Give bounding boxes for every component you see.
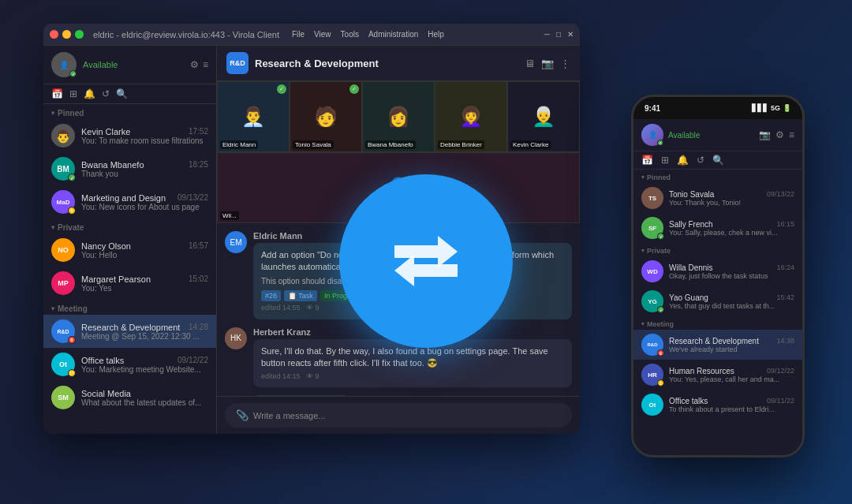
refresh-icon[interactable]: ↺ bbox=[697, 155, 704, 166]
window-controls[interactable] bbox=[50, 30, 84, 39]
more-icon[interactable]: ≡ bbox=[203, 59, 208, 70]
mobile-chat-list: Pinned TS Tonio Savala 09/13/22 You: Tha… bbox=[633, 170, 802, 449]
check-badge: ✓ bbox=[657, 233, 664, 240]
menu-icon[interactable]: ≡ bbox=[789, 129, 794, 140]
calendar-icon[interactable]: 📅 bbox=[641, 155, 653, 166]
avatar: SM bbox=[51, 386, 75, 409]
chat-name: Office talks 09/11/22 bbox=[669, 397, 794, 405]
avatar: Ot 17 bbox=[51, 353, 75, 376]
chat-info: Sally French 16:15 You: Sally, please, c… bbox=[669, 220, 794, 237]
chat-info: Office talks 09/11/22 To think about a p… bbox=[669, 397, 794, 413]
chat-name: Office talks 09/12/22 bbox=[81, 356, 208, 365]
channel-avatar: R&D bbox=[226, 52, 248, 74]
avatar: MaD 5 bbox=[51, 190, 75, 214]
attach-icon[interactable]: 📎 bbox=[236, 409, 248, 421]
chat-list: Pinned 👨 Kevin Clarke 17:52 You: To make… bbox=[43, 104, 216, 434]
list-item[interactable]: NO Nancy Olson 16:57 You: Hello bbox=[43, 233, 216, 267]
unread-badge: 3 bbox=[657, 379, 664, 386]
bell-icon[interactable]: 🔔 bbox=[677, 155, 689, 166]
refresh-icon[interactable]: ↺ bbox=[102, 88, 110, 99]
input-placeholder[interactable]: Write a message... bbox=[253, 411, 561, 420]
mobile-app: 9:41 ▋▋▋ 5G 🔋 👤 Available 📷 ⚙ ≡ 📅 ⊞ 🔔 ↺ … bbox=[631, 95, 805, 457]
sender-name: Herbert Kranz bbox=[253, 327, 311, 337]
menu-tools[interactable]: Tools bbox=[341, 30, 359, 39]
mobile-list-item[interactable]: Ot Office talks 09/11/22 To think about … bbox=[633, 390, 802, 420]
video-cell: 👨‍🦳 Kevin Clarke bbox=[507, 81, 580, 152]
chat-name: Yao Guang 15:42 bbox=[669, 293, 794, 302]
unread-badge: 8 bbox=[68, 336, 76, 344]
status-label: Available bbox=[668, 131, 700, 140]
mobile-list-item[interactable]: YG ✓ Yao Guang 15:42 Yes, that guy did t… bbox=[633, 286, 802, 316]
mobile-time: 9:41 bbox=[645, 104, 660, 113]
section-private: Private bbox=[43, 218, 216, 233]
avatar: YG ✓ bbox=[641, 290, 663, 312]
avatar: NO bbox=[51, 238, 75, 262]
chat-name: Research & Development 14:38 bbox=[669, 337, 794, 345]
list-item[interactable]: MaD 5 Marketing and Design 09/13/22 You:… bbox=[43, 185, 216, 218]
video-cell: 👩‍🦱 Debbie Brinker bbox=[435, 81, 507, 152]
chat-toolbar[interactable]: 🖥 📷 ⋮ bbox=[525, 58, 570, 69]
mobile-list-item[interactable]: SF ✓ Sally French 16:15 You: Sally, plea… bbox=[633, 213, 802, 243]
screen-share-icon[interactable]: 🖥 bbox=[525, 58, 535, 69]
channel-name: Research & Development bbox=[255, 58, 379, 69]
sender-avatar: HK bbox=[225, 327, 247, 349]
avatar: R&D 8 bbox=[51, 319, 75, 343]
chat-name: Willa Dennis 16:24 bbox=[669, 263, 794, 272]
menu-administration[interactable]: Administration bbox=[368, 30, 418, 39]
list-item[interactable]: BM ✓ Bwana Mbanefo 18:25 Thank you bbox=[43, 152, 216, 185]
transfer-icon-circle bbox=[339, 174, 513, 348]
avatar: WD bbox=[641, 260, 663, 282]
list-item[interactable]: Ot 17 Office talks 09/12/22 You: Marketi… bbox=[43, 348, 216, 381]
profile-toolbar-icons[interactable]: ⚙ ≡ bbox=[190, 59, 208, 70]
calendar-icon[interactable]: 📅 bbox=[51, 88, 63, 99]
unread-badge: 17 bbox=[68, 369, 76, 377]
sidebar-toolbar[interactable]: 📅 ⊞ 🔔 ↺ 🔍 bbox=[43, 84, 216, 104]
video-icon[interactable]: 📷 bbox=[541, 58, 554, 69]
title-bar: eldric - eldric@review.virola.io:443 - V… bbox=[43, 24, 580, 46]
message-text: Sure, I'll do that. By the way, I also f… bbox=[261, 345, 564, 370]
search-icon[interactable]: 🔍 bbox=[712, 155, 724, 166]
chat-name: Sally French 16:15 bbox=[669, 220, 794, 229]
list-item[interactable]: SM Social Media What about the latest up… bbox=[43, 381, 216, 414]
mobile-status-bar: 9:41 ▋▋▋ 5G 🔋 bbox=[633, 97, 802, 119]
mobile-list-item[interactable]: HR 3 Human Resources 09/12/22 You: Yes, … bbox=[633, 360, 802, 390]
chat-info: Tonio Savala 09/13/22 You: Thank you, To… bbox=[669, 190, 794, 207]
avatar: BM ✓ bbox=[51, 157, 75, 181]
chat-info: Margaret Pearson 15:02 You: Yes bbox=[81, 274, 208, 293]
mobile-toolbar-icons[interactable]: 📷 ⚙ ≡ bbox=[759, 129, 794, 140]
avatar: 👤 bbox=[641, 124, 663, 146]
menu-help[interactable]: Help bbox=[428, 30, 444, 39]
message-input[interactable]: 📎 Write a message... bbox=[225, 403, 572, 427]
minimize-button[interactable] bbox=[62, 30, 71, 39]
mobile-list-item[interactable]: WD Willa Dennis 16:24 Okay, just follow … bbox=[633, 256, 802, 286]
list-item[interactable]: 👨 Kevin Clarke 17:52 You: To make room i… bbox=[43, 119, 216, 152]
search-icon[interactable]: 🔍 bbox=[116, 88, 128, 99]
section-meeting: Meeting bbox=[43, 300, 216, 315]
avatar: TS bbox=[641, 187, 663, 209]
list-item-active[interactable]: R&D 8 Research & Development 14:28 Meeti… bbox=[43, 315, 216, 348]
list-item[interactable]: MP Margaret Pearson 15:02 You: Yes bbox=[43, 267, 216, 300]
section-pinned: Pinned bbox=[633, 170, 802, 183]
menu-view[interactable]: View bbox=[314, 30, 331, 39]
grid-icon[interactable]: ⊞ bbox=[661, 155, 669, 166]
chat-name: Marketing and Design 09/13/22 bbox=[81, 193, 208, 203]
window-control-icons: ─□✕ bbox=[544, 30, 574, 39]
section-private: Private bbox=[633, 243, 802, 256]
camera-icon[interactable]: 📷 bbox=[759, 129, 771, 140]
mobile-toolbar[interactable]: 📅 ⊞ 🔔 ↺ 🔍 bbox=[633, 151, 802, 170]
settings-icon[interactable]: ⚙ bbox=[775, 129, 784, 140]
menu-file[interactable]: File bbox=[292, 30, 305, 39]
close-button[interactable] bbox=[50, 30, 58, 39]
more-icon[interactable]: ⋮ bbox=[560, 58, 570, 69]
chat-name: Margaret Pearson 15:02 bbox=[81, 274, 208, 284]
chat-input-area: 📎 Write a message... bbox=[217, 396, 580, 434]
section-meeting: Meeting bbox=[633, 316, 802, 330]
mobile-list-item[interactable]: TS Tonio Savala 09/13/22 You: Thank you,… bbox=[633, 183, 802, 213]
mobile-list-item-active[interactable]: R&D 9 Research & Development 14:38 We've… bbox=[633, 330, 802, 360]
tag: #26 bbox=[261, 290, 281, 302]
settings-icon[interactable]: ⚙ bbox=[190, 59, 199, 70]
grid-icon[interactable]: ⊞ bbox=[69, 88, 77, 99]
menu-bar[interactable]: File View Tools Administration Help bbox=[292, 30, 444, 39]
bell-icon[interactable]: 🔔 bbox=[84, 88, 95, 99]
maximize-button[interactable] bbox=[75, 30, 84, 39]
